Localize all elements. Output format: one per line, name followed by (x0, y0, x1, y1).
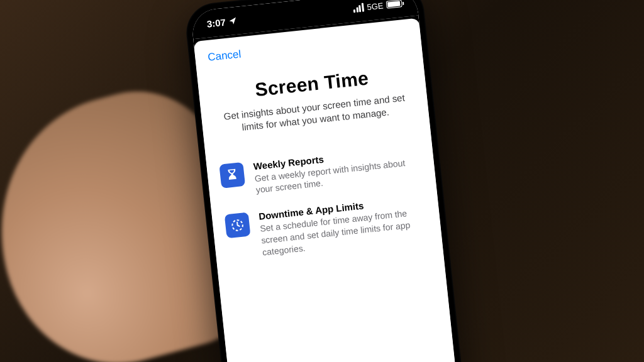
cancel-button[interactable]: Cancel (207, 45, 242, 66)
feature-weekly-reports: Weekly Reports Get a weekly report with … (219, 143, 423, 200)
battery-icon (386, 0, 402, 9)
feature-downtime: Downtime & App Limits Set a schedule for… (225, 194, 430, 262)
feature-list: Weekly Reports Get a weekly report with … (219, 143, 430, 262)
feature-text: Downtime & App Limits Set a schedule for… (258, 194, 429, 258)
phone-screen: 3:07 5GE Cancel Sc (191, 0, 459, 362)
phone-wrapper: 3:07 5GE Cancel Sc (184, 0, 466, 362)
status-time: 3:07 (206, 16, 226, 29)
phone-frame: 3:07 5GE Cancel Sc (184, 0, 466, 362)
network-label: 5GE (367, 1, 384, 12)
status-right: 5GE (353, 0, 402, 13)
signal-icon (353, 3, 364, 13)
status-left: 3:07 (206, 15, 238, 29)
feature-text: Weekly Reports Get a weekly report with … (253, 143, 423, 196)
location-services-icon (228, 15, 238, 26)
clock-icon (225, 212, 251, 239)
hourglass-icon (219, 162, 245, 188)
screen-time-modal: Cancel Screen Time Get insights about yo… (194, 18, 459, 362)
